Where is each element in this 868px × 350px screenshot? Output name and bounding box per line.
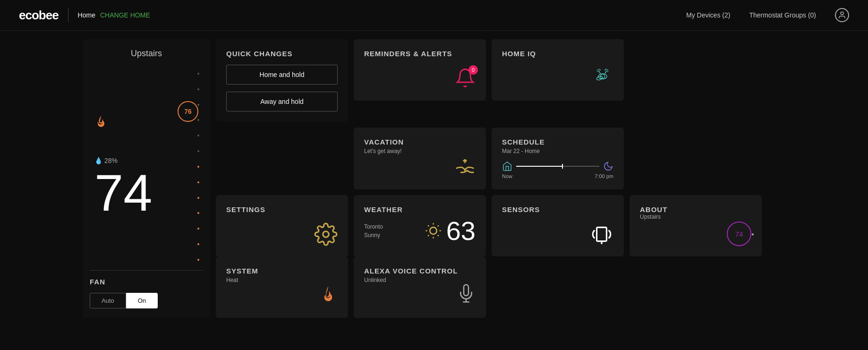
weather-info: Toronto Sunny bbox=[364, 223, 383, 239]
header-nav: Home CHANGE HOME bbox=[78, 11, 150, 19]
svg-point-6 bbox=[597, 68, 601, 72]
fan-on-button[interactable]: On bbox=[126, 293, 158, 308]
header-home-label: Home bbox=[78, 11, 95, 19]
system-card[interactable]: SYSTEM Heat bbox=[216, 256, 348, 318]
fan-auto-button[interactable]: Auto bbox=[90, 293, 126, 308]
alexa-title: ALEXA VOICE CONTROL bbox=[364, 267, 476, 275]
scale-dot bbox=[197, 119, 199, 121]
homeiq-card[interactable]: HOME IQ bbox=[492, 39, 624, 101]
alexa-subtitle: Unlinked bbox=[364, 277, 476, 283]
about-card[interactable]: ABOUT Upstairs 74 ● bbox=[630, 195, 762, 256]
schedule-card[interactable]: SCHEDULE Mar 22 - Home N bbox=[492, 128, 624, 189]
bell-icon: 0 bbox=[455, 68, 476, 90]
scale-dot bbox=[197, 88, 199, 90]
svg-line-16 bbox=[428, 235, 429, 236]
weather-condition: Sunny bbox=[364, 232, 383, 239]
weather-temp: 63 bbox=[446, 215, 476, 246]
alexa-icon bbox=[364, 283, 476, 307]
system-icon bbox=[226, 283, 338, 307]
away-hold-button[interactable]: Away and hold bbox=[226, 92, 338, 111]
header-divider bbox=[68, 8, 68, 22]
about-title: ABOUT bbox=[640, 205, 751, 213]
sensors-title: SENSORS bbox=[502, 205, 613, 213]
flame-icon bbox=[94, 115, 108, 133]
reminders-title: REMINDERS & ALERTS bbox=[364, 50, 476, 58]
scale-dot bbox=[197, 104, 199, 106]
schedule-title: SCHEDULE bbox=[502, 138, 613, 146]
weather-title: WEATHER bbox=[364, 205, 476, 213]
schedule-bar bbox=[502, 161, 613, 171]
scale-dot-active bbox=[197, 212, 199, 214]
fan-section: FAN Auto On bbox=[90, 270, 203, 308]
thermostat-name: Upstairs bbox=[90, 49, 203, 59]
alert-badge: 0 bbox=[468, 65, 478, 75]
system-subtitle: Heat bbox=[226, 277, 338, 283]
quick-changes-title: QUICK CHANGES bbox=[226, 50, 338, 58]
scale-dot-active bbox=[197, 181, 199, 183]
user-icon[interactable] bbox=[835, 8, 849, 22]
about-subtitle: Upstairs bbox=[640, 213, 751, 220]
about-icon: 74 ● bbox=[640, 220, 751, 246]
schedule-labels: Now 7:00 pm bbox=[502, 173, 613, 179]
reminders-icon-area: 0 bbox=[364, 58, 476, 90]
svg-rect-18 bbox=[597, 227, 607, 241]
reminders-card[interactable]: REMINDERS & ALERTS 0 bbox=[354, 39, 486, 101]
weather-temp-area: 63 bbox=[425, 215, 476, 246]
homeiq-icon bbox=[502, 58, 613, 90]
thermostat-groups-link[interactable]: Thermostat Groups (0) bbox=[749, 11, 816, 19]
quick-changes-card: QUICK CHANGES Home and hold Away and hol… bbox=[216, 39, 348, 122]
homeiq-title: HOME IQ bbox=[502, 50, 613, 58]
svg-line-12 bbox=[428, 225, 429, 226]
sensors-card[interactable]: SENSORS bbox=[492, 195, 624, 256]
scale-dot-active bbox=[197, 166, 199, 168]
scale-dot bbox=[197, 150, 199, 152]
system-title: SYSTEM bbox=[226, 267, 338, 275]
temperature-display: 74 bbox=[94, 167, 152, 219]
alexa-card[interactable]: ALEXA VOICE CONTROL Unlinked bbox=[354, 256, 486, 318]
fan-buttons: Auto On bbox=[90, 293, 203, 308]
vacation-icon bbox=[364, 154, 476, 179]
scale-dot-active bbox=[197, 259, 199, 261]
sensors-icon bbox=[502, 213, 613, 246]
svg-point-7 bbox=[604, 68, 608, 72]
svg-point-8 bbox=[323, 231, 329, 238]
vacation-subtitle: Let's get away! bbox=[364, 148, 476, 154]
home-hold-button[interactable]: Home and hold bbox=[226, 65, 338, 85]
settings-card[interactable]: SETTINGS bbox=[216, 195, 348, 256]
weather-card[interactable]: WEATHER Toronto Sunny bbox=[354, 195, 486, 256]
my-devices-link[interactable]: My Devices (2) bbox=[686, 11, 730, 19]
logo: ecobee bbox=[19, 8, 59, 23]
weather-city: Toronto bbox=[364, 223, 383, 230]
schedule-date: Mar 22 - Home bbox=[502, 148, 613, 154]
svg-point-9 bbox=[430, 227, 437, 234]
settings-icon bbox=[226, 213, 338, 246]
header-right: My Devices (2) Thermostat Groups (0) bbox=[686, 8, 849, 22]
svg-line-5 bbox=[605, 71, 607, 74]
svg-point-0 bbox=[841, 12, 843, 15]
thermostat-card: Upstairs 💧 28% 74 bbox=[83, 39, 210, 318]
svg-line-17 bbox=[437, 225, 438, 226]
scale-dot-active bbox=[197, 197, 199, 199]
about-temp: 74 bbox=[735, 230, 743, 238]
scale-dot-active bbox=[197, 228, 199, 230]
weather-content: Toronto Sunny bbox=[364, 215, 476, 246]
setpoint-circle[interactable]: 76 bbox=[178, 101, 198, 122]
settings-title: SETTINGS bbox=[226, 205, 338, 213]
scale-dot bbox=[197, 135, 199, 137]
temperature-scale bbox=[194, 68, 203, 261]
svg-line-4 bbox=[599, 71, 601, 74]
scale-dot bbox=[197, 73, 199, 75]
thermostat-left: 💧 28% 74 bbox=[90, 63, 194, 261]
change-home-button[interactable]: CHANGE HOME bbox=[100, 11, 150, 19]
vacation-title: VACATION bbox=[364, 138, 476, 146]
svg-line-13 bbox=[437, 235, 438, 236]
header: ecobee Home CHANGE HOME My Devices (2) T… bbox=[0, 0, 868, 31]
scale-dot-active bbox=[197, 243, 199, 245]
fan-title: FAN bbox=[90, 278, 203, 286]
vacation-card[interactable]: VACATION Let's get away! bbox=[354, 128, 486, 189]
